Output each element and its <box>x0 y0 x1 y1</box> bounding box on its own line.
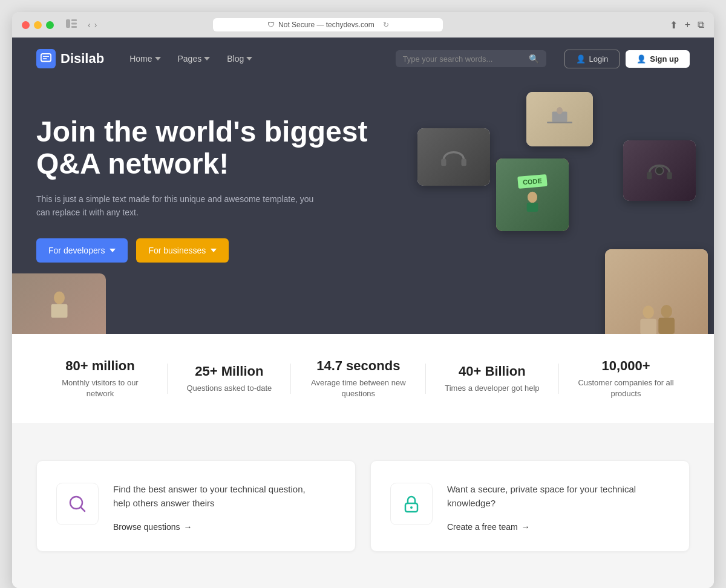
stat-divider-4 <box>558 364 559 394</box>
hero-section: Join the world's biggest Q&A network! Th… <box>12 80 714 334</box>
create-team-link[interactable]: Create a free team → <box>447 522 670 532</box>
card-title-team: Want a secure, private space for your te… <box>447 483 641 510</box>
svg-point-17 <box>661 305 672 318</box>
card-icon-search <box>56 483 99 525</box>
svg-point-23 <box>410 506 413 509</box>
login-button[interactable]: 👤 Login <box>564 50 620 68</box>
hero-images: CODE <box>363 80 714 334</box>
sidebar-toggle-icon[interactable] <box>66 19 77 30</box>
stat-divider-1 <box>167 364 168 394</box>
svg-rect-8 <box>441 158 446 166</box>
logo[interactable]: Disilab <box>36 49 104 68</box>
svg-point-7 <box>557 107 563 114</box>
hero-title: Join the world's biggest Q&A network! <box>36 116 375 180</box>
svg-rect-3 <box>71 26 77 28</box>
stat-divider-2 <box>290 364 291 394</box>
svg-point-10 <box>528 192 537 203</box>
svg-rect-13 <box>667 172 672 180</box>
site-content: Disilab Home Pages Blog � <box>12 38 714 588</box>
stat-label-time: Average time between new questions <box>310 377 407 399</box>
signup-button[interactable]: 👤 Sign up <box>626 50 690 68</box>
stat-number-questions: 25+ Million <box>186 364 272 379</box>
back-button[interactable]: ‹ <box>88 20 91 30</box>
hero-image-2 <box>417 128 490 186</box>
forward-button[interactable]: › <box>94 20 97 30</box>
nav-blog[interactable]: Blog <box>220 49 260 68</box>
url-text: Not Secure — techydevs.com <box>278 21 374 29</box>
card-icon-lock <box>390 483 433 525</box>
hero-image-5 <box>605 249 708 334</box>
person-icon: 👤 <box>636 54 646 64</box>
businesses-button[interactable]: For businesses <box>136 238 229 263</box>
card-title-browse: Find the best answer to your technical q… <box>113 483 307 510</box>
svg-point-19 <box>54 292 65 304</box>
stat-help: 40+ Billion Times a developer got help <box>433 358 551 400</box>
svg-rect-6 <box>552 112 567 122</box>
svg-rect-12 <box>647 172 652 180</box>
browse-questions-link[interactable]: Browse questions → <box>113 522 336 532</box>
address-bar[interactable]: 🛡 Not Secure — techydevs.com ↻ <box>213 18 443 31</box>
share-icon[interactable]: ⬆ <box>670 19 678 31</box>
browser-titlebar: ‹ › 🛡 Not Secure — techydevs.com ↻ ⬆ + ⧉ <box>12 12 714 38</box>
browser-action-buttons: ⬆ + ⧉ <box>670 19 704 31</box>
svg-rect-9 <box>462 158 466 166</box>
stat-label-companies: Customer companies for all products <box>578 377 675 399</box>
browser-nav-arrows: ‹ › <box>88 20 97 30</box>
nav-home[interactable]: Home <box>122 49 168 68</box>
close-button[interactable] <box>22 21 30 29</box>
stat-time: 14.7 seconds Average time between new qu… <box>298 352 419 405</box>
hero-buttons: For developers For businesses <box>36 238 375 263</box>
user-icon: 👤 <box>576 54 586 64</box>
stat-label-visitors: Monthly visitors to our network <box>51 377 148 399</box>
stat-label-help: Times a developer got help <box>445 383 539 394</box>
search-bar[interactable]: 🔍 <box>396 50 546 67</box>
stat-number-time: 14.7 seconds <box>310 358 407 374</box>
developers-button[interactable]: For developers <box>36 238 128 263</box>
svg-rect-11 <box>527 203 538 212</box>
svg-rect-1 <box>71 19 77 21</box>
svg-rect-0 <box>66 19 70 28</box>
card-browse: Find the best answer to your technical q… <box>36 460 356 552</box>
svg-rect-20 <box>51 304 67 318</box>
stat-questions: 25+ Million Questions asked to-date <box>174 358 284 400</box>
hero-image-1 <box>526 92 593 146</box>
new-tab-icon[interactable]: + <box>685 19 690 31</box>
security-icon: 🛡 <box>267 21 275 29</box>
hero-image-4 <box>623 140 696 201</box>
hero-image-3: CODE <box>496 158 569 231</box>
stat-number-visitors: 80+ million <box>51 358 148 374</box>
card-body-team: Want a secure, private space for your te… <box>447 483 670 532</box>
minimize-button[interactable] <box>34 21 42 29</box>
logo-icon <box>36 49 56 68</box>
maximize-button[interactable] <box>46 21 54 29</box>
hero-description: This is just a simple text made for this… <box>36 192 315 220</box>
svg-rect-16 <box>640 319 656 334</box>
reload-icon[interactable]: ↻ <box>383 21 389 29</box>
stat-number-help: 40+ Billion <box>445 364 539 379</box>
svg-point-14 <box>655 166 663 174</box>
search-input[interactable] <box>403 54 524 64</box>
stat-companies: 10,000+ Customer companies for all produ… <box>566 352 687 405</box>
svg-point-21 <box>70 497 82 509</box>
nav-pages[interactable]: Pages <box>171 49 218 68</box>
stats-bar: 80+ million Monthly visitors to our netw… <box>12 334 714 424</box>
traffic-lights <box>22 21 54 29</box>
svg-rect-4 <box>41 54 51 62</box>
svg-rect-2 <box>71 23 77 25</box>
nav-links: Home Pages Blog <box>122 49 260 68</box>
svg-rect-5 <box>547 122 572 123</box>
stat-visitors: 80+ million Monthly visitors to our netw… <box>39 352 160 405</box>
svg-point-15 <box>643 305 654 318</box>
svg-rect-18 <box>658 318 675 334</box>
browser-window: ‹ › 🛡 Not Secure — techydevs.com ↻ ⬆ + ⧉ <box>12 12 714 588</box>
stat-divider-3 <box>425 364 426 394</box>
logo-text: Disilab <box>60 51 104 67</box>
stat-label-questions: Questions asked to-date <box>186 383 272 394</box>
hero-image-bottom-left <box>12 273 106 334</box>
windows-icon[interactable]: ⧉ <box>698 19 704 31</box>
navbar: Disilab Home Pages Blog � <box>12 38 714 80</box>
stat-number-companies: 10,000+ <box>578 358 675 374</box>
cards-section: Find the best answer to your technical q… <box>12 424 714 588</box>
search-icon: 🔍 <box>529 54 539 64</box>
nav-search: 🔍 <box>396 50 546 67</box>
